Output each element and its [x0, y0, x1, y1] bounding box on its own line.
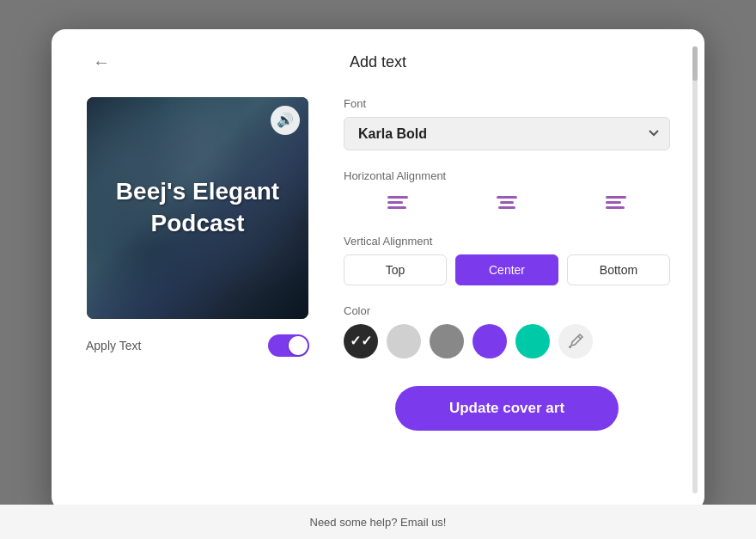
color-swatch-purple[interactable] — [472, 324, 507, 358]
scrollbar[interactable] — [692, 46, 698, 493]
vertical-alignment-label: Vertical Alignment — [344, 235, 670, 248]
bottom-bar: Need some help? Email us! — [0, 505, 756, 539]
alignment-row — [344, 189, 670, 216]
apply-text-toggle[interactable] — [268, 334, 309, 357]
valign-bottom-button[interactable]: Bottom — [567, 254, 670, 285]
modal-body: 🔊 Beej's Elegant Podcast Apply Text Font… — [86, 97, 670, 431]
vertical-alignment-group: Vertical Alignment Top Center Bottom — [344, 235, 670, 285]
color-row: ✓ — [344, 324, 670, 358]
align-right-icon — [606, 196, 626, 209]
color-label: Color — [344, 304, 670, 317]
align-center-button[interactable] — [453, 189, 562, 216]
color-group: Color ✓ — [344, 304, 670, 358]
back-button[interactable]: ← — [86, 49, 117, 76]
font-label: Font — [344, 97, 670, 110]
color-swatch-light-gray[interactable] — [387, 324, 421, 358]
update-cover-art-button[interactable]: Update cover art — [395, 386, 619, 431]
color-swatch-black[interactable]: ✓ — [344, 324, 378, 358]
horizontal-alignment-group: Horizontal Alignment — [344, 169, 670, 216]
font-group: Font Karla Bold Roboto Open Sans Lato Mo… — [344, 97, 670, 150]
apply-text-row: Apply Text — [86, 334, 309, 357]
align-center-icon — [497, 196, 517, 209]
artwork-section: 🔊 Beej's Elegant Podcast Apply Text — [86, 97, 309, 431]
controls-section: Font Karla Bold Roboto Open Sans Lato Mo… — [344, 97, 670, 431]
color-picker-button[interactable] — [558, 324, 593, 358]
svg-point-0 — [569, 346, 571, 348]
apply-text-label: Apply Text — [86, 339, 141, 352]
artwork-container: 🔊 Beej's Elegant Podcast — [87, 97, 308, 319]
scrollbar-thumb[interactable] — [692, 46, 698, 81]
outer-background: ← Add text 🔊 Beej's Elegant Podcast Appl… — [0, 0, 756, 539]
color-swatch-medium-gray[interactable] — [430, 324, 464, 358]
align-left-icon — [387, 196, 408, 209]
eyedropper-icon — [567, 333, 584, 350]
font-select[interactable]: Karla Bold Roboto Open Sans Lato Montser… — [344, 117, 670, 150]
valign-center-button[interactable]: Center — [455, 254, 558, 285]
modal-title: Add text — [350, 53, 406, 71]
modal-container: ← Add text 🔊 Beej's Elegant Podcast Appl… — [52, 29, 704, 511]
artwork-text: Beej's Elegant Podcast — [87, 97, 308, 319]
align-right-button[interactable] — [561, 189, 670, 216]
valign-top-button[interactable]: Top — [344, 254, 447, 285]
align-left-button[interactable] — [344, 189, 453, 216]
vertical-alignment-row: Top Center Bottom — [344, 254, 670, 285]
toggle-thumb — [289, 336, 308, 355]
bottom-bar-text: Need some help? Email us! — [310, 516, 447, 529]
color-swatch-teal[interactable] — [515, 324, 550, 358]
modal-header: ← Add text — [86, 53, 670, 71]
horizontal-alignment-label: Horizontal Alignment — [344, 169, 670, 182]
